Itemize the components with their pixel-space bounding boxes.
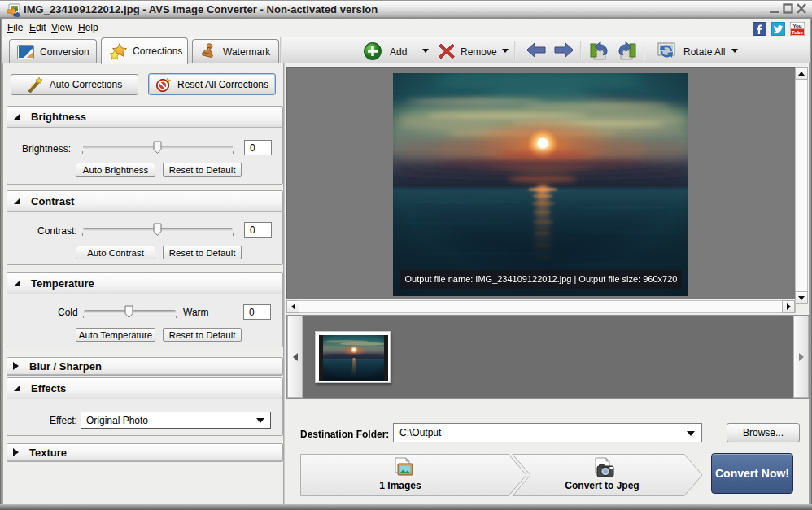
svg-text:You: You bbox=[792, 23, 801, 28]
svg-text:Tube: Tube bbox=[792, 29, 804, 35]
svg-text:Output file name: IMG_23410912: Output file name: IMG_234109122012.jpg |… bbox=[405, 274, 678, 284]
